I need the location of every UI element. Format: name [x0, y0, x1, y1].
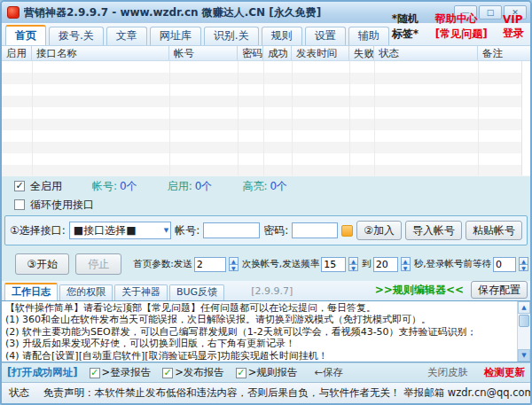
- send-count-input[interactable]: [194, 257, 226, 272]
- tab-home[interactable]: 首页: [5, 25, 46, 45]
- log-lines: 【软件操作简单】请看论坛顶部【常见问题】任何问题都可以在论坛提问，每日答复。 (…: [5, 302, 516, 361]
- join-button[interactable]: ②加入: [356, 221, 402, 240]
- status-label: 状态: [9, 386, 29, 400]
- tab-assist[interactable]: 辅助: [348, 27, 389, 45]
- table-row[interactable]: [2, 119, 530, 130]
- import-accounts-button[interactable]: 导入帐号: [405, 221, 462, 240]
- stat-highlight: 高亮: 0个: [242, 179, 287, 194]
- spin-down-icon[interactable]: ▼: [348, 264, 358, 271]
- table-row[interactable]: [2, 142, 530, 153]
- send-params: 首页参数:发送 ▲▼ 次换帐号,发送频率 ▲▼ 到 ▲▼ 秒,登录帐号前等待 ▲…: [133, 257, 530, 272]
- tab-url-library[interactable]: 网址库: [150, 27, 201, 45]
- interface-select-dropdown[interactable]: ■接口选择■ ▼: [69, 222, 171, 239]
- column-divider: [292, 61, 293, 175]
- spin-up-icon[interactable]: ▲: [229, 257, 239, 264]
- column-success[interactable]: 成功: [263, 46, 292, 60]
- spin-down-icon[interactable]: ▼: [229, 264, 239, 271]
- column-interface-name[interactable]: 接口名称: [32, 46, 169, 60]
- tab-your-permissions[interactable]: 您的权限: [59, 284, 113, 300]
- save-reports-label[interactable]: ←保存: [314, 366, 343, 379]
- table-row[interactable]: [2, 61, 530, 73]
- param-send-label: 首页参数:发送: [133, 258, 192, 270]
- rule-report-checkbox[interactable]: ✓ >规则报告: [236, 366, 298, 379]
- stat-enabled: 启用: 0个: [168, 179, 213, 194]
- column-divider: [238, 61, 239, 175]
- column-password[interactable]: 密码: [238, 46, 263, 60]
- tab-recognition[interactable]: 识别.关: [204, 27, 259, 45]
- frequency-min-input[interactable]: [321, 257, 346, 272]
- table-row[interactable]: [2, 73, 530, 84]
- start-button[interactable]: ③开始: [15, 253, 69, 275]
- table-row[interactable]: [2, 107, 530, 119]
- rule-editor-link[interactable]: >>规则编辑器<<: [375, 283, 464, 298]
- frequency-min-spinner[interactable]: ▲▼: [348, 257, 358, 271]
- log-scrollbar[interactable]: ▲ ▼: [517, 301, 530, 362]
- login-wait-spinner[interactable]: ▲▼: [519, 257, 528, 271]
- table-scrollbar-track[interactable]: [521, 61, 530, 175]
- column-divider: [32, 61, 33, 175]
- app-logo-icon: [7, 6, 20, 19]
- tab-bug-feedback[interactable]: BUG反馈: [169, 284, 224, 300]
- spin-up-icon[interactable]: ▲: [519, 257, 528, 264]
- column-divider: [169, 61, 170, 175]
- paste-accounts-button[interactable]: 粘贴帐号: [466, 221, 522, 240]
- column-post-time[interactable]: 发表时间: [292, 46, 349, 60]
- param-to-label: 到: [362, 258, 372, 270]
- loop-row: 循环使用接口: [2, 196, 530, 214]
- publish-report-checkbox[interactable]: ✓ >发布报告: [162, 366, 224, 379]
- column-account[interactable]: 帐号: [169, 46, 238, 60]
- scrollbar-thumb[interactable]: [519, 315, 529, 327]
- status-bar: 状态 免责声明：本软件禁止发布低俗和违法内容，否则后果自负，与软件作者无关！ 举…: [2, 382, 530, 403]
- table-row[interactable]: [2, 96, 530, 107]
- password-input[interactable]: [292, 222, 338, 238]
- tab-work-log[interactable]: 工作日志: [4, 283, 58, 300]
- tab-dial[interactable]: 拨号.关: [49, 27, 104, 45]
- close-skin-link[interactable]: 关闭皮肤: [427, 366, 468, 379]
- table-row[interactable]: [2, 153, 530, 165]
- loop-interface-checkbox[interactable]: [14, 199, 25, 210]
- stop-button[interactable]: 停止: [75, 253, 121, 275]
- scroll-up-icon[interactable]: ▲: [518, 301, 530, 314]
- tab-settings[interactable]: 设置: [305, 27, 346, 45]
- column-remark[interactable]: 备注: [478, 46, 530, 60]
- interface-panel: ①选择接口: ■接口选择■ ▼ 帐号: 密码: ②加入 导入帐号 粘贴帐号: [4, 215, 528, 245]
- table-row[interactable]: [2, 130, 530, 142]
- log-area: 【软件操作简单】请看论坛顶部【常见问题】任何问题都可以在论坛提问，每日答复。 (…: [2, 300, 530, 362]
- tab-rules[interactable]: 规则: [262, 27, 302, 45]
- checkbox-icon: ✓: [90, 368, 100, 378]
- column-divider: [478, 61, 479, 175]
- summary-row: ✓ 全启用 帐号: 0个 启用: 0个 高亮: 0个: [2, 176, 530, 196]
- soft-keyboard-icon[interactable]: [341, 225, 353, 237]
- table-row[interactable]: [2, 84, 530, 96]
- frequency-max-spinner[interactable]: ▲▼: [401, 257, 411, 271]
- spin-up-icon[interactable]: ▲: [401, 257, 411, 264]
- column-fail[interactable]: 失败: [349, 46, 374, 60]
- param-wait-label: 秒,登录帐号前等待: [414, 258, 491, 270]
- open-success-url-link[interactable]: [打开成功网址]: [7, 366, 78, 379]
- check-update-link[interactable]: 检测更新: [484, 366, 525, 379]
- table-row[interactable]: [2, 165, 530, 176]
- column-divider: [263, 61, 264, 175]
- column-status[interactable]: 状态: [374, 46, 478, 60]
- help-center-link[interactable]: 帮助中心[常见问题]: [435, 12, 490, 42]
- tab-article[interactable]: 文章: [106, 27, 147, 45]
- column-enable[interactable]: 启用: [2, 46, 32, 60]
- spin-down-icon[interactable]: ▼: [401, 264, 411, 271]
- login-wait-input[interactable]: [493, 257, 516, 272]
- chevron-down-icon: ▼: [164, 227, 168, 234]
- spin-down-icon[interactable]: ▼: [519, 264, 528, 271]
- save-config-button[interactable]: 保存配置: [471, 281, 528, 299]
- frequency-max-input[interactable]: [373, 257, 398, 272]
- select-all-checkbox[interactable]: ✓: [14, 181, 25, 191]
- vip-login-link[interactable]: VIP登录: [503, 13, 527, 41]
- stat-accounts: 帐号: 0个: [92, 179, 137, 194]
- column-divider: [374, 61, 375, 175]
- tab-about[interactable]: 关于神器: [114, 284, 168, 300]
- send-count-spinner[interactable]: ▲▼: [229, 257, 239, 271]
- checkbox-icon: ✓: [162, 368, 173, 378]
- random-tag-label[interactable]: *随机标签*: [392, 12, 423, 42]
- spin-up-icon[interactable]: ▲: [348, 257, 358, 264]
- account-input[interactable]: [203, 222, 260, 238]
- login-report-checkbox[interactable]: ✓ >登录报告: [90, 366, 152, 379]
- scroll-down-icon[interactable]: ▼: [518, 349, 530, 362]
